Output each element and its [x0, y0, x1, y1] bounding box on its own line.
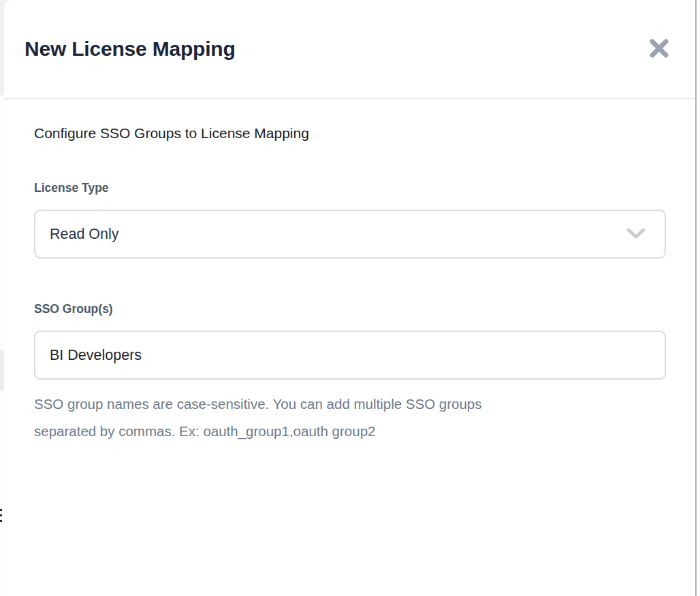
dialog-header: New License Mapping — [4, 0, 695, 99]
list-menu-icon — [0, 509, 3, 524]
sso-groups-helper-text: SSO group names are case-sensitive. You … — [34, 391, 666, 445]
license-type-label: License Type — [34, 181, 666, 195]
new-license-mapping-dialog: New License Mapping Configure SSO Groups… — [4, 0, 697, 596]
license-type-field-group: License Type Read Only — [34, 181, 666, 259]
close-button[interactable] — [648, 37, 671, 60]
dialog-title: New License Mapping — [25, 37, 236, 61]
sso-groups-label: SSO Group(s) — [34, 302, 666, 316]
helper-line-1: SSO group names are case-sensitive. You … — [34, 391, 666, 418]
license-type-selected-value: Read Only — [50, 226, 119, 243]
dialog-body: Configure SSO Groups to License Mapping … — [4, 99, 695, 445]
x-icon — [649, 38, 669, 59]
license-type-select[interactable]: Read Only — [34, 210, 666, 259]
dialog-description: Configure SSO Groups to License Mapping — [34, 125, 666, 142]
chevron-down-icon — [626, 228, 646, 240]
helper-line-2: separated by commas. Ex: oauth_group1,oa… — [34, 418, 666, 445]
sso-groups-field-group: SSO Group(s) SSO group names are case-se… — [34, 302, 666, 445]
sso-groups-input[interactable] — [34, 331, 666, 380]
